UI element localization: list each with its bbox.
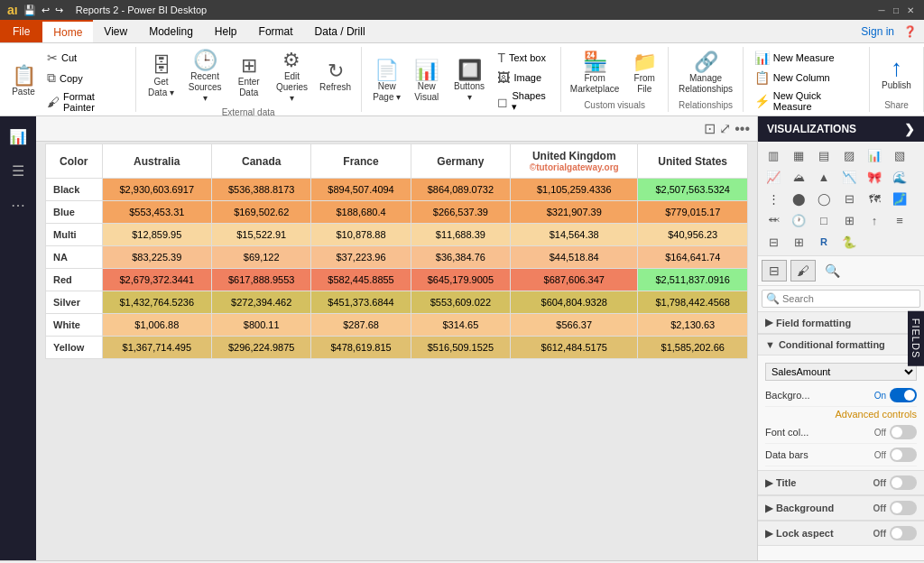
viz-treemap[interactable]: ⊟ [837,189,861,208]
viz-100-stacked-bar[interactable]: ▤ [812,145,836,165]
share-items: ↑ Publish [878,49,915,98]
table-cell: $164,641.74 [638,246,748,269]
viz-slicer[interactable]: ≡ [888,210,911,230]
viz-stacked-bar[interactable]: ▥ [762,145,785,165]
background-label: Backgro... [765,390,810,401]
quick-access-undo[interactable]: ↩ [42,5,50,16]
viz-waterfall[interactable]: 🌊 [888,167,911,187]
tab-view[interactable]: View [93,20,138,42]
viz-ribbon[interactable]: 🎀 [863,167,886,187]
textbox-btn[interactable]: TText box [494,49,552,67]
quick-access-redo[interactable]: ↪ [55,5,63,16]
viz-multirow-card[interactable]: ⊞ [837,210,861,230]
from-file-btn[interactable]: 📁 FromFile [626,51,662,97]
new-column-btn[interactable]: 📋New Column [751,69,862,87]
viz-r-visual[interactable]: R [812,232,836,252]
tab-data-drill[interactable]: Data / Drill [304,20,376,42]
search-input[interactable] [762,290,920,308]
viz-funnel[interactable]: ⬽ [762,210,785,230]
shapes-btn[interactable]: ◻Shapes ▾ [494,88,552,115]
conditional-formatting-header[interactable]: ▼ Conditional formatting [758,334,924,355]
viz-map[interactable]: 🗺 [863,189,886,208]
tab-format[interactable]: Format [248,20,304,42]
viz-donut[interactable]: ◯ [812,189,836,208]
maximize-btn[interactable]: □ [890,4,902,16]
col-header-france: France [311,144,411,179]
viz-clustered-bar[interactable]: ▦ [787,145,810,165]
title-toggle[interactable] [890,475,917,490]
tab-file[interactable]: File [0,20,42,42]
lock-aspect-header[interactable]: ▶ Lock aspect Off [758,521,924,546]
fit-page-btn[interactable]: ⊡ [704,120,716,137]
viz-line[interactable]: 📈 [762,167,785,187]
viz-card[interactable]: □ [812,210,836,230]
sign-in-btn[interactable]: Sign in ❓ [861,25,924,38]
more-options-btn[interactable]: ••• [735,121,750,137]
recent-sources-btn[interactable]: 🕒 RecentSources ▾ [183,49,227,106]
minimize-btn[interactable]: ─ [875,4,888,16]
tab-home[interactable]: Home [42,20,93,42]
field-formatting-header[interactable]: ▶ Field formatting [758,311,924,334]
viz-tool-analytics[interactable]: 🔍 [819,260,845,282]
title-section-header[interactable]: ▶ Title Off [758,470,924,495]
table-cell: $44,518.84 [511,246,638,269]
viz-area[interactable]: ⛰ [787,167,810,187]
enter-data-btn[interactable]: ⊞ EnterData [231,54,267,100]
new-page-btn[interactable]: 📄 NewPage ▾ [369,59,405,105]
viz-clustered-col[interactable]: 📊 [863,145,886,165]
advanced-controls-link[interactable]: Advanced controls [765,407,917,421]
refresh-btn[interactable]: ↻ Refresh [317,60,353,95]
report-view-icon[interactable]: 📊 [4,122,32,151]
quick-access-save[interactable]: 💾 [23,5,36,16]
viz-pie[interactable]: ⬤ [787,189,810,208]
viz-100-stacked-col[interactable]: ▧ [888,145,911,165]
viz-gauge[interactable]: 🕐 [787,210,810,230]
viz-table[interactable]: ⊟ [762,232,785,252]
copy-btn[interactable]: ⧉Copy [43,69,128,88]
buttons-btn[interactable]: 🔲 Buttons ▾ [448,59,491,105]
new-measure-btn[interactable]: 📊New Measure [751,49,862,67]
data-bars-toggle[interactable] [890,448,917,462]
cut-btn[interactable]: ✂Cut [43,49,128,67]
background-section-header[interactable]: ▶ Background Off [758,495,924,521]
viz-tool-format[interactable]: 🖌 [790,260,816,282]
viz-scatter[interactable]: ⋮ [762,189,785,208]
background-section-toggle[interactable] [890,501,917,515]
lock-aspect-toggle[interactable] [890,526,917,540]
new-visual-btn[interactable]: 📊 NewVisual [409,59,445,105]
viz-stacked-col[interactable]: ▨ [837,145,861,165]
viz-matrix[interactable]: ⊞ [787,232,810,252]
viz-python[interactable]: 🐍 [837,232,861,252]
viz-tool-fields[interactable]: ⊟ [762,260,787,282]
format-painter-btn[interactable]: 🖌Format Painter [43,89,128,115]
table-cell: $478,619.815 [311,337,411,359]
font-col-toggle[interactable] [890,425,917,439]
get-data-btn[interactable]: 🗄 GetData ▾ [143,54,180,100]
viz-line-col[interactable]: 📉 [837,167,861,187]
new-quick-measure-btn[interactable]: ⚡New Quick Measure [751,88,862,114]
viz-header: VISUALIZATIONS ❯ [758,116,924,142]
table-wrapper[interactable]: Color Australia Canada France Germany Un… [45,143,748,551]
conditional-formatting-label: Conditional formatting [779,339,885,350]
tab-modeling[interactable]: Modeling [138,20,204,42]
tab-help[interactable]: Help [204,20,248,42]
sales-amount-select[interactable]: SalesAmount [765,363,917,381]
paste-btn[interactable]: 📋 Paste [7,64,40,99]
background-toggle[interactable] [890,388,917,402]
manage-relationships-btn[interactable]: 🔗 ManageRelationships [675,51,736,97]
data-view-icon[interactable]: ☰ [4,156,32,185]
from-marketplace-btn[interactable]: 🏪 FromMarketplace [567,51,623,97]
viz-kpi[interactable]: ↑ [863,210,886,230]
close-btn[interactable]: ✕ [904,4,917,16]
model-view-icon[interactable]: ⋯ [4,190,32,219]
expand-btn[interactable]: ⤢ [719,120,731,137]
table-row: Silver$1,432,764.5236$272,394.462$451,37… [46,291,748,314]
viz-stacked-area[interactable]: ▲ [812,167,836,187]
table-cell: $2,507,563.5324 [638,179,748,201]
edit-queries-btn[interactable]: ⚙ EditQueries ▾ [271,49,314,106]
publish-btn[interactable]: ↑ Publish [878,54,915,93]
title-bar-left: aı 💾 ↩ ↪ Reports 2 - Power BI Desktop [7,3,207,17]
viz-filled-map[interactable]: 🗾 [888,189,911,208]
image-btn[interactable]: 🖼Image [494,69,552,87]
fields-tab[interactable]: FIELDS [908,311,924,366]
